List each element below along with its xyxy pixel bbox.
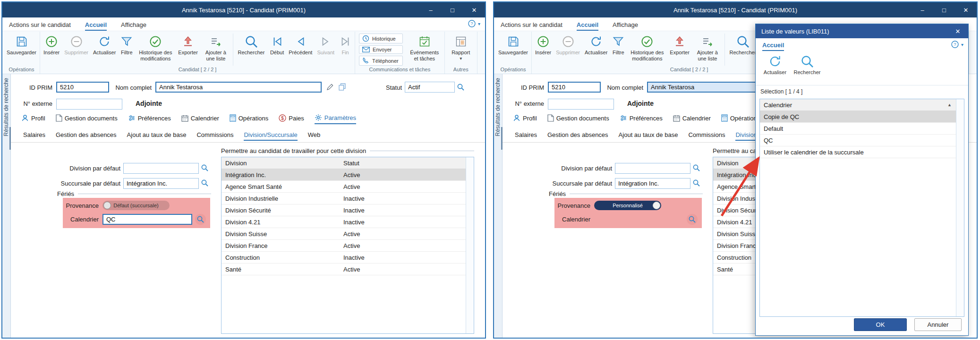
branch-lookup-icon[interactable] [692, 179, 700, 187]
default-division-field[interactable] [123, 163, 199, 174]
ok-button[interactable]: OK [854, 318, 907, 331]
insert-button[interactable]: Insérer [533, 33, 554, 67]
table-row[interactable]: Division SuisseActive [222, 228, 474, 240]
delete-button[interactable]: Supprimer [62, 33, 91, 67]
tab-calendrier[interactable]: Calendrier [673, 114, 711, 124]
filter-button[interactable]: Filtre [610, 33, 627, 67]
search-results-panel[interactable]: Résultats de recherche [494, 74, 503, 338]
status-lookup-icon[interactable] [457, 83, 465, 91]
export-button[interactable]: Exporter [667, 33, 692, 67]
list-scrollbar[interactable] [956, 99, 964, 316]
menu-affichage[interactable]: Affichage [121, 21, 146, 31]
tab-gestion-documents[interactable]: Gestion documents [56, 114, 118, 124]
close-button[interactable]: ✕ [955, 2, 977, 17]
status-field[interactable]: Actif [405, 82, 455, 93]
subtab-division-succursale[interactable]: Division/Succursale [244, 131, 297, 141]
table-row[interactable]: Division 4.21Inactive [222, 216, 474, 228]
default-branch-field[interactable]: Intégration Inc. [615, 178, 690, 189]
chevron-down-icon[interactable]: ▾ [478, 21, 480, 26]
refresh-button[interactable]: Actualiser [582, 33, 610, 67]
branch-lookup-icon[interactable] [201, 179, 209, 187]
tab-parametres[interactable]: Paramètres [315, 114, 356, 124]
table-row[interactable]: Division FranceActive [222, 240, 474, 252]
dialog-titlebar[interactable]: Liste de valeurs (LIB011) ✕ [756, 24, 968, 38]
table-row[interactable]: Intégration Inc.Active [222, 169, 474, 181]
calendar-lookup-icon[interactable] [687, 214, 698, 225]
tab-profil[interactable]: Profil [513, 114, 537, 124]
tab-profil[interactable]: Profil [21, 114, 45, 124]
events-tasks-button[interactable]: Événements et tâches [406, 33, 443, 67]
search-results-panel[interactable]: Résultats de recherche [2, 74, 11, 338]
provenance-toggle[interactable]: Personnalisé [594, 201, 661, 210]
close-button[interactable]: ✕ [463, 2, 485, 17]
dialog-menu-accueil[interactable]: Accueil [762, 42, 784, 51]
subtab-salaires[interactable]: Salaires [23, 131, 45, 141]
next-record-button[interactable]: Suivant [315, 33, 337, 67]
first-record-button[interactable]: Début [268, 33, 286, 67]
help-icon[interactable]: ? [468, 20, 476, 27]
tab-operations[interactable]: Opérations [721, 114, 760, 124]
search-button[interactable]: Rechercher [235, 33, 268, 67]
default-branch-field[interactable]: Intégration Inc. [123, 178, 199, 189]
save-button[interactable]: Sauvegarder [496, 33, 530, 67]
tab-paies[interactable]: $Paies [279, 114, 304, 124]
subtab-gestion-absences[interactable]: Gestion des absences [547, 131, 608, 141]
phone-button[interactable]: Téléphoner [359, 56, 403, 66]
tab-operations[interactable]: Opérations [230, 114, 269, 124]
menu-accueil[interactable]: Accueil [577, 21, 598, 31]
change-history-button[interactable]: Historique des modifications [135, 33, 176, 67]
subtab-commissions[interactable]: Commissions [688, 131, 725, 141]
edit-icon[interactable] [326, 83, 334, 91]
insert-button[interactable]: Insérer [41, 33, 62, 67]
table-row[interactable]: Agence Smart SantéActive [222, 181, 474, 193]
copy-icon[interactable] [339, 83, 346, 91]
report-button[interactable]: Rapport▾ [446, 33, 476, 67]
history-button[interactable]: Historique [359, 34, 403, 43]
menu-actions-candidat[interactable]: Actions sur le candidat [9, 21, 71, 31]
external-number-field[interactable] [56, 99, 122, 110]
table-header-row[interactable]: DivisionStatut [222, 157, 474, 169]
save-button[interactable]: Sauvegarder [4, 33, 39, 67]
subtab-gestion-absences[interactable]: Gestion des absences [56, 131, 117, 141]
minimize-button[interactable]: – [912, 2, 933, 17]
full-name-field[interactable]: Annik Testarosa [155, 82, 322, 93]
delete-button[interactable]: Supprimer [554, 33, 582, 67]
change-history-button[interactable]: Historique des modifications [627, 33, 667, 67]
dialog-search-button[interactable]: Rechercher [791, 52, 824, 85]
division-lookup-icon[interactable] [201, 164, 209, 172]
list-item[interactable]: Utiliser le calendrier de la succursale [760, 146, 964, 158]
subtab-commissions[interactable]: Commissions [196, 131, 233, 141]
table-scrollbar[interactable] [466, 157, 474, 333]
add-to-list-button[interactable]: Ajouter à une liste [200, 33, 231, 67]
list-item[interactable]: Default [760, 123, 964, 135]
export-button[interactable]: Exporter [176, 33, 200, 67]
table-row[interactable]: SantéActive [222, 264, 474, 275]
subtab-salaires[interactable]: Salaires [515, 131, 537, 141]
titlebar[interactable]: Annik Testarosa [5210] - Candidat (PRIM0… [494, 2, 977, 17]
titlebar[interactable]: Annik Testarosa [5210] - Candidat (PRIM0… [2, 2, 485, 17]
calendar-field[interactable]: QC [102, 214, 192, 225]
default-division-field[interactable] [615, 163, 690, 174]
maximize-button[interactable]: □ [933, 2, 955, 17]
tab-preferences[interactable]: Préférences [620, 114, 663, 124]
dialog-close-button[interactable]: ✕ [947, 24, 968, 38]
send-button[interactable]: Envoyer [359, 45, 403, 54]
list-header-row[interactable]: Calendrier▲ [760, 99, 964, 111]
search-button[interactable]: Rechercher [726, 33, 759, 67]
filter-button[interactable]: Filtre [118, 33, 135, 67]
id-prim-field[interactable]: 5210 [548, 82, 601, 93]
subtab-ajout-taux-base[interactable]: Ajout au taux de base [619, 131, 678, 141]
dialog-refresh-button[interactable]: Actualiser [759, 52, 791, 85]
help-icon[interactable]: ? [951, 41, 959, 48]
add-to-list-button[interactable]: Ajouter à une liste [692, 33, 723, 67]
menu-accueil[interactable]: Accueil [85, 21, 107, 31]
maximize-button[interactable]: □ [442, 2, 463, 17]
table-row[interactable]: ConstructionInactive [222, 252, 474, 264]
tab-preferences[interactable]: Préférences [128, 114, 171, 124]
menu-affichage[interactable]: Affichage [613, 21, 638, 31]
refresh-button[interactable]: Actualiser [91, 33, 118, 67]
splitter-handle[interactable] [501, 127, 503, 150]
menu-actions-candidat[interactable]: Actions sur le candidat [501, 21, 562, 31]
chevron-down-icon[interactable]: ▾ [961, 42, 963, 47]
cancel-button[interactable]: Annuler [914, 318, 962, 331]
